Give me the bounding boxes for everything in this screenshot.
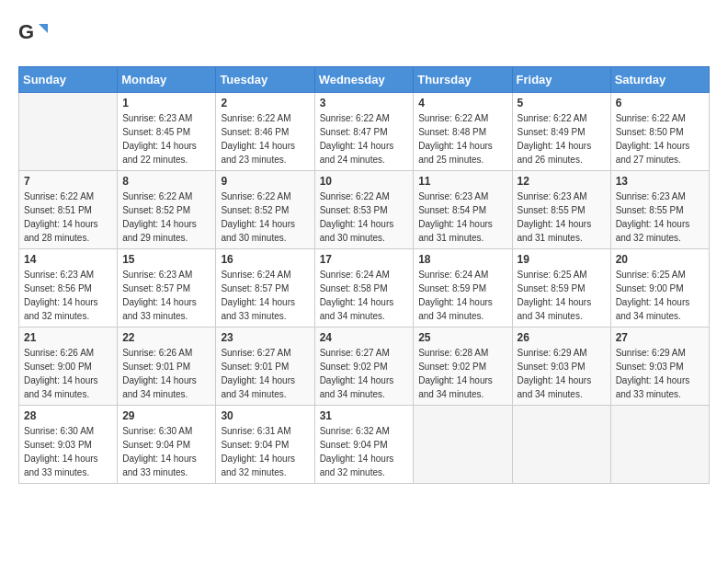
- sunrise-text: Sunrise: 6:22 AM: [518, 113, 587, 123]
- day-number: 16: [221, 253, 309, 266]
- day-detail: Sunrise: 6:23 AM Sunset: 8:56 PM Dayligh…: [24, 268, 112, 323]
- day-detail: Sunrise: 6:22 AM Sunset: 8:50 PM Dayligh…: [616, 111, 704, 167]
- sunrise-text: Sunrise: 6:22 AM: [221, 191, 290, 201]
- sunset-text: Sunset: 8:54 PM: [418, 205, 486, 215]
- day-detail: Sunrise: 6:23 AM Sunset: 8:57 PM Dayligh…: [122, 268, 210, 323]
- day-cell: 3 Sunrise: 6:22 AM Sunset: 8:47 PM Dayli…: [314, 93, 414, 171]
- sunset-text: Sunset: 9:03 PM: [24, 440, 92, 450]
- weekday-header-tuesday: Tuesday: [216, 67, 314, 93]
- daylight-text: Daylight: 14 hours and 30 minutes.: [320, 219, 394, 243]
- sunrise-text: Sunrise: 6:24 AM: [320, 270, 390, 280]
- day-cell: 20 Sunrise: 6:25 AM Sunset: 9:00 PM Dayl…: [610, 249, 709, 327]
- sunrise-text: Sunrise: 6:24 AM: [418, 270, 488, 280]
- sunset-text: Sunset: 9:00 PM: [24, 362, 92, 372]
- day-detail: Sunrise: 6:30 AM Sunset: 9:04 PM Dayligh…: [122, 424, 210, 479]
- sunrise-text: Sunrise: 6:24 AM: [221, 270, 290, 280]
- day-cell: 8 Sunrise: 6:22 AM Sunset: 8:52 PM Dayli…: [118, 171, 216, 249]
- daylight-text: Daylight: 14 hours and 28 minutes.: [24, 219, 98, 243]
- day-cell: 10 Sunrise: 6:22 AM Sunset: 8:53 PM Dayl…: [314, 171, 414, 249]
- daylight-text: Daylight: 14 hours and 33 minutes.: [122, 297, 197, 321]
- sunset-text: Sunset: 9:00 PM: [616, 283, 684, 293]
- day-cell: 12 Sunrise: 6:23 AM Sunset: 8:55 PM Dayl…: [512, 171, 610, 249]
- day-number: 1: [122, 97, 210, 109]
- day-number: 10: [320, 175, 409, 188]
- day-detail: Sunrise: 6:22 AM Sunset: 8:46 PM Dayligh…: [221, 111, 309, 167]
- day-number: 23: [221, 331, 309, 344]
- sunrise-text: Sunrise: 6:23 AM: [24, 270, 94, 280]
- daylight-text: Daylight: 14 hours and 34 minutes.: [616, 297, 690, 321]
- daylight-text: Daylight: 14 hours and 34 minutes.: [518, 297, 592, 321]
- day-detail: Sunrise: 6:26 AM Sunset: 9:00 PM Dayligh…: [24, 346, 112, 401]
- sunset-text: Sunset: 8:59 PM: [418, 283, 486, 293]
- sunrise-text: Sunrise: 6:31 AM: [221, 426, 290, 436]
- day-detail: Sunrise: 6:23 AM Sunset: 8:55 PM Dayligh…: [616, 190, 704, 245]
- sunset-text: Sunset: 9:03 PM: [518, 362, 586, 372]
- sunset-text: Sunset: 8:55 PM: [518, 205, 586, 215]
- weekday-header-friday: Friday: [512, 67, 610, 93]
- sunset-text: Sunset: 8:55 PM: [616, 205, 684, 215]
- sunset-text: Sunset: 8:48 PM: [418, 127, 486, 137]
- daylight-text: Daylight: 14 hours and 29 minutes.: [122, 219, 197, 243]
- day-cell: 23 Sunrise: 6:27 AM Sunset: 9:01 PM Dayl…: [216, 327, 314, 406]
- sunrise-text: Sunrise: 6:23 AM: [122, 270, 192, 280]
- day-number: 9: [221, 175, 309, 188]
- day-detail: Sunrise: 6:27 AM Sunset: 9:02 PM Dayligh…: [320, 346, 409, 401]
- sunrise-text: Sunrise: 6:22 AM: [122, 191, 192, 201]
- sunrise-text: Sunrise: 6:22 AM: [616, 113, 686, 123]
- daylight-text: Daylight: 14 hours and 34 minutes.: [418, 375, 493, 399]
- day-cell: 1 Sunrise: 6:23 AM Sunset: 8:45 PM Dayli…: [118, 93, 216, 171]
- day-detail: Sunrise: 6:24 AM Sunset: 8:59 PM Dayligh…: [418, 268, 506, 323]
- daylight-text: Daylight: 14 hours and 34 minutes.: [122, 375, 197, 399]
- svg-marker-1: [39, 24, 48, 33]
- day-cell: 28 Sunrise: 6:30 AM Sunset: 9:03 PM Dayl…: [19, 406, 118, 484]
- sunrise-text: Sunrise: 6:23 AM: [616, 191, 686, 201]
- daylight-text: Daylight: 14 hours and 33 minutes.: [221, 297, 295, 321]
- daylight-text: Daylight: 14 hours and 34 minutes.: [221, 375, 295, 399]
- daylight-text: Daylight: 14 hours and 33 minutes.: [24, 454, 98, 477]
- daylight-text: Daylight: 14 hours and 31 minutes.: [418, 219, 493, 243]
- day-number: 25: [418, 331, 506, 344]
- day-cell: 17 Sunrise: 6:24 AM Sunset: 8:58 PM Dayl…: [314, 249, 414, 327]
- day-number: 14: [24, 253, 112, 266]
- sunset-text: Sunset: 8:56 PM: [24, 283, 92, 293]
- logo-icon: G: [18, 18, 48, 52]
- sunset-text: Sunset: 8:57 PM: [221, 283, 289, 293]
- sunrise-text: Sunrise: 6:30 AM: [122, 426, 192, 436]
- day-detail: Sunrise: 6:31 AM Sunset: 9:04 PM Dayligh…: [221, 424, 309, 479]
- day-cell: 4 Sunrise: 6:22 AM Sunset: 8:48 PM Dayli…: [414, 93, 512, 171]
- sunset-text: Sunset: 8:52 PM: [122, 205, 190, 215]
- day-cell: 19 Sunrise: 6:25 AM Sunset: 8:59 PM Dayl…: [512, 249, 610, 327]
- day-number: 29: [122, 409, 210, 422]
- sunset-text: Sunset: 8:51 PM: [24, 205, 92, 215]
- sunrise-text: Sunrise: 6:32 AM: [320, 426, 390, 436]
- sunset-text: Sunset: 9:04 PM: [221, 440, 289, 450]
- day-number: 3: [320, 97, 409, 109]
- logo: G: [18, 18, 51, 52]
- sunset-text: Sunset: 8:53 PM: [320, 205, 388, 215]
- daylight-text: Daylight: 14 hours and 34 minutes.: [24, 375, 98, 399]
- day-cell: 21 Sunrise: 6:26 AM Sunset: 9:00 PM Dayl…: [19, 327, 118, 406]
- daylight-text: Daylight: 14 hours and 25 minutes.: [418, 141, 493, 165]
- day-detail: Sunrise: 6:32 AM Sunset: 9:04 PM Dayligh…: [320, 424, 409, 479]
- day-cell: 26 Sunrise: 6:29 AM Sunset: 9:03 PM Dayl…: [512, 327, 610, 406]
- sunset-text: Sunset: 8:52 PM: [221, 205, 289, 215]
- day-cell: 15 Sunrise: 6:23 AM Sunset: 8:57 PM Dayl…: [118, 249, 216, 327]
- sunrise-text: Sunrise: 6:23 AM: [122, 113, 192, 123]
- day-number: 22: [122, 331, 210, 344]
- sunset-text: Sunset: 9:03 PM: [616, 362, 684, 372]
- sunrise-text: Sunrise: 6:22 AM: [24, 191, 94, 201]
- day-number: 11: [418, 175, 506, 188]
- week-row-2: 7 Sunrise: 6:22 AM Sunset: 8:51 PM Dayli…: [19, 171, 710, 249]
- day-number: 28: [24, 409, 112, 422]
- day-number: 5: [518, 97, 606, 109]
- day-number: 21: [24, 331, 112, 344]
- day-cell: 25 Sunrise: 6:28 AM Sunset: 9:02 PM Dayl…: [414, 327, 512, 406]
- day-detail: Sunrise: 6:28 AM Sunset: 9:02 PM Dayligh…: [418, 346, 506, 401]
- weekday-header-monday: Monday: [118, 67, 216, 93]
- day-detail: Sunrise: 6:25 AM Sunset: 8:59 PM Dayligh…: [518, 268, 606, 323]
- sunrise-text: Sunrise: 6:25 AM: [616, 270, 686, 280]
- day-cell: 29 Sunrise: 6:30 AM Sunset: 9:04 PM Dayl…: [118, 406, 216, 484]
- sunrise-text: Sunrise: 6:29 AM: [518, 348, 587, 358]
- sunrise-text: Sunrise: 6:26 AM: [24, 348, 94, 358]
- week-row-1: 1 Sunrise: 6:23 AM Sunset: 8:45 PM Dayli…: [19, 93, 710, 171]
